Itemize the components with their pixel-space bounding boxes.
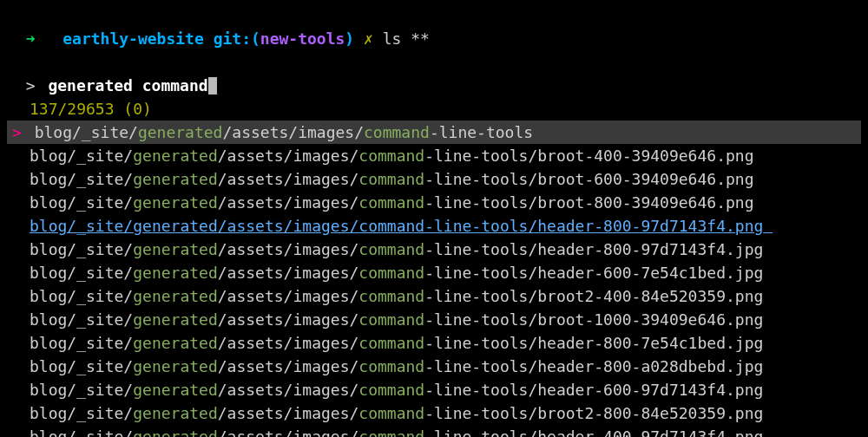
match-highlight: command <box>358 287 424 305</box>
query-arrow-icon: > <box>26 76 36 95</box>
path-segment: blog/_site/ <box>30 381 133 399</box>
query-input[interactable]: generated command <box>48 76 207 95</box>
fzf-query-line[interactable]: > generated command <box>7 50 861 97</box>
list-item[interactable]: blog/_site/generated/assets/images/comma… <box>7 308 861 331</box>
list-item[interactable]: > blog/_site/generated/assets/images/com… <box>7 121 861 144</box>
cursor-icon <box>208 77 217 95</box>
file-path: blog/_site/generated/assets/images/comma… <box>30 287 763 305</box>
path-segment: /assets/images/ <box>218 170 359 188</box>
match-highlight: command <box>358 193 424 212</box>
match-highlight: generated <box>133 334 218 352</box>
path-segment: -line-tools/header-800-a028dbebd.jpg <box>424 357 763 375</box>
path-segment: blog/_site/ <box>30 193 133 212</box>
match-highlight: command <box>358 264 424 282</box>
path-segment: /assets/images/ <box>218 404 359 422</box>
match-highlight: generated <box>133 217 218 235</box>
path-segment: -line-tools/broot2-800-84e520359.png <box>424 404 763 422</box>
match-highlight: command <box>364 123 430 141</box>
path-segment: blog/_site/ <box>30 310 133 329</box>
match-highlight: command <box>358 217 424 235</box>
path-segment: /assets/images/ <box>218 287 359 305</box>
path-segment: -line-tools/broot2-400-84e520359.png <box>424 287 763 305</box>
list-item[interactable]: blog/_site/generated/assets/images/comma… <box>7 191 861 214</box>
file-path: blog/_site/generated/assets/images/comma… <box>30 404 763 422</box>
match-highlight: command <box>358 334 424 352</box>
match-highlight: generated <box>133 264 218 282</box>
file-path: blog/_site/generated/assets/images/comma… <box>30 310 763 329</box>
match-highlight: command <box>358 404 424 422</box>
list-item[interactable]: blog/_site/generated/assets/images/comma… <box>7 378 861 401</box>
path-segment: /assets/images/ <box>218 427 359 437</box>
path-segment: blog/_site/ <box>30 287 133 305</box>
file-path: blog/_site/generated/assets/images/comma… <box>30 334 763 352</box>
match-highlight: generated <box>133 427 218 437</box>
path-segment: blog/_site/ <box>30 240 133 258</box>
match-highlight: command <box>358 147 424 165</box>
path-segment: blog/_site/ <box>30 357 133 375</box>
list-item[interactable]: blog/_site/generated/assets/images/comma… <box>7 214 861 238</box>
match-highlight: generated <box>133 147 218 165</box>
match-highlight: generated <box>133 287 218 305</box>
shell-prompt-line: ➜ earthly-website git:(new-tools) ✗ ls *… <box>7 3 861 50</box>
git-close: ) <box>345 29 354 48</box>
path-segment: /assets/images/ <box>218 193 359 212</box>
path-segment: blog/_site/ <box>30 404 133 422</box>
path-segment: blog/_site/ <box>30 147 133 165</box>
path-segment: blog/_site/ <box>30 427 133 437</box>
match-highlight: command <box>358 310 424 329</box>
list-item[interactable]: blog/_site/generated/assets/images/comma… <box>7 425 861 437</box>
file-path: blog/_site/generated/assets/images/comma… <box>30 427 763 437</box>
results-list[interactable]: > blog/_site/generated/assets/images/com… <box>7 121 861 437</box>
file-path: blog/_site/generated/assets/images/comma… <box>30 193 753 212</box>
path-segment: /assets/images/ <box>218 381 359 399</box>
file-path: blog/_site/generated/assets/images/comma… <box>35 123 533 141</box>
file-path: blog/_site/generated/assets/images/comma… <box>30 147 753 165</box>
path-segment: -line-tools/broot-800-39409e646.png <box>424 193 753 212</box>
path-segment: -line-tools/header-600-7e54c1bed.jpg <box>424 264 763 282</box>
match-highlight: command <box>358 427 424 437</box>
match-highlight: generated <box>138 123 223 141</box>
list-item[interactable]: blog/_site/generated/assets/images/comma… <box>7 238 861 261</box>
git-branch: new-tools <box>260 29 345 48</box>
match-highlight: generated <box>133 193 218 212</box>
match-highlight: generated <box>133 381 218 399</box>
command-text: ls ** <box>383 29 430 48</box>
path-segment: /assets/images/ <box>218 240 359 258</box>
path-segment: /assets/images/ <box>218 310 359 329</box>
match-highlight: generated <box>133 170 218 188</box>
path-segment: /assets/images/ <box>218 264 359 282</box>
list-item[interactable]: blog/_site/generated/assets/images/comma… <box>7 284 861 308</box>
path-segment: -line-tools/header-800-97d7143f4.png <box>424 217 763 235</box>
path-segment: -line-tools/header-400-97d7143f4.png <box>424 427 763 437</box>
match-highlight: generated <box>133 404 218 422</box>
list-item[interactable]: blog/_site/generated/assets/images/comma… <box>7 261 861 284</box>
selected-arrow-icon: > <box>12 123 31 141</box>
file-path: blog/_site/generated/assets/images/comma… <box>30 240 763 258</box>
path-segment: /assets/images/ <box>218 217 359 235</box>
match-highlight: command <box>358 170 424 188</box>
match-highlight: generated <box>133 357 218 375</box>
file-path: blog/_site/generated/assets/images/comma… <box>30 170 753 188</box>
list-item[interactable]: blog/_site/generated/assets/images/comma… <box>7 401 861 425</box>
path-segment: blog/_site/ <box>30 217 133 235</box>
path-segment: /assets/images/ <box>218 357 359 375</box>
git-label: git:( <box>214 29 260 48</box>
match-highlight: generated <box>133 240 218 258</box>
path-segment: -line-tools/header-600-97d7143f4.png <box>424 381 763 399</box>
list-item[interactable]: blog/_site/generated/assets/images/comma… <box>7 331 861 355</box>
path-segment: -line-tools/header-800-97d7143f4.jpg <box>424 240 763 258</box>
path-segment: blog/_site/ <box>30 334 133 352</box>
list-item[interactable]: blog/_site/generated/assets/images/comma… <box>7 144 861 167</box>
path-segment: blog/_site/ <box>30 264 133 282</box>
path-segment: -line-tools/broot-400-39409e646.png <box>424 147 753 165</box>
path-segment: -line-tools/header-800-7e54c1bed.jpg <box>424 334 763 352</box>
file-path: blog/_site/generated/assets/images/comma… <box>30 381 763 399</box>
path-segment: -line-tools/broot-1000-39409e646.png <box>424 310 763 329</box>
file-path: blog/_site/generated/assets/images/comma… <box>30 217 773 235</box>
path-segment: /assets/images/ <box>218 147 359 165</box>
list-item[interactable]: blog/_site/generated/assets/images/comma… <box>7 167 861 191</box>
path-segment: -line-tools <box>430 123 533 141</box>
match-count: 137/29653 (0) <box>7 97 861 121</box>
match-highlight: command <box>358 240 424 258</box>
list-item[interactable]: blog/_site/generated/assets/images/comma… <box>7 355 861 378</box>
